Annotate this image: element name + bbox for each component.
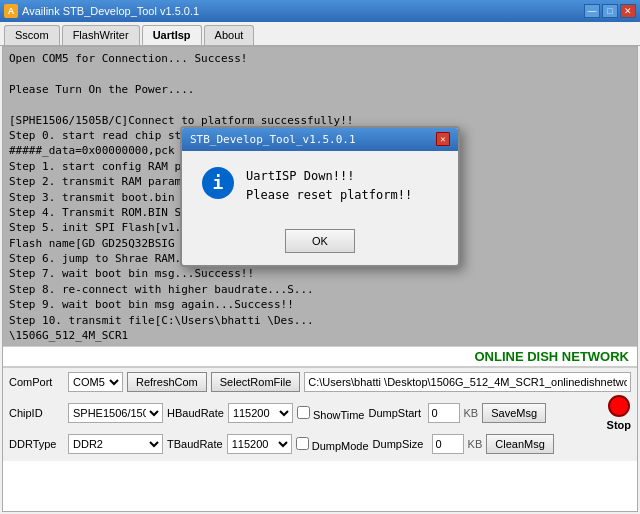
dialog-footer: OK xyxy=(182,221,458,265)
chipid-label: ChipID xyxy=(9,407,64,419)
dialog-message-line2: Please reset platform!! xyxy=(246,186,412,205)
filepath-input[interactable] xyxy=(304,372,631,392)
app-icon: A xyxy=(4,4,18,18)
titlebar: A Availink STB_Develop_Tool v1.5.0.1 — □… xyxy=(0,0,640,22)
comport-label: ComPort xyxy=(9,376,64,388)
dialog-titlebar: STB_Develop_Tool_v1.5.0.1 ✕ xyxy=(182,128,458,151)
dumpmode-label: DumpMode xyxy=(312,440,369,452)
tab-uartisp[interactable]: UartIsp xyxy=(142,25,202,45)
controls-panel: ComPort COM5 RefreshCom SelectRomFile Ch… xyxy=(3,367,637,461)
hbaudrate-select[interactable]: 115200 xyxy=(228,403,293,423)
log-area[interactable]: Open COM5 for Connection... Success! Ple… xyxy=(3,47,637,347)
menubar: Sscom FlashWriter UartIsp About xyxy=(0,22,640,46)
close-button[interactable]: ✕ xyxy=(620,4,636,18)
dialog-message-line1: UartISP Down!!! xyxy=(246,167,412,186)
control-row-2: ChipID SPHE1506/1505 HBaudRate 115200 Sh… xyxy=(9,395,631,431)
stop-area: Stop xyxy=(607,395,631,431)
selectromfile-button[interactable]: SelectRomFile xyxy=(211,372,301,392)
main-panel: Open COM5 for Connection... Success! Ple… xyxy=(2,46,638,512)
tab-flashwriter[interactable]: FlashWriter xyxy=(62,25,140,45)
minimize-button[interactable]: — xyxy=(584,4,600,18)
savemsg-button[interactable]: SaveMsg xyxy=(482,403,546,423)
dumpsize-label: DumpSize xyxy=(373,438,428,450)
control-row-1: ComPort COM5 RefreshCom SelectRomFile xyxy=(9,372,631,392)
tab-sscom[interactable]: Sscom xyxy=(4,25,60,45)
dumpstart-label: DumpStart xyxy=(369,407,424,419)
dialog-body: i UartISP Down!!! Please reset platform!… xyxy=(182,151,458,221)
cleanmsg-button[interactable]: CleanMsg xyxy=(486,434,554,454)
comport-select[interactable]: COM5 xyxy=(68,372,123,392)
stop-indicator xyxy=(608,395,630,417)
control-row-3: DDRType DDR2 TBaudRate 115200 DumpMode D… xyxy=(9,434,631,454)
refreshcom-button[interactable]: RefreshCom xyxy=(127,372,207,392)
stop-button[interactable]: Stop xyxy=(607,419,631,431)
chipid-select[interactable]: SPHE1506/1505 xyxy=(68,403,163,423)
dialog-title: STB_Develop_Tool_v1.5.0.1 xyxy=(190,132,356,147)
showtime-checkbox[interactable] xyxy=(297,406,310,419)
window-controls: — □ ✕ xyxy=(584,4,636,18)
dialog-close-button[interactable]: ✕ xyxy=(436,132,450,146)
tbaudrate-select[interactable]: 115200 xyxy=(227,434,292,454)
kb-label-1: KB xyxy=(464,407,479,419)
dialog-overlay: STB_Develop_Tool_v1.5.0.1 ✕ i UartISP Do… xyxy=(3,47,637,346)
dumpmode-checkbox[interactable] xyxy=(296,437,309,450)
hbaudrate-label: HBaudRate xyxy=(167,407,224,419)
dumpmode-checkbox-label[interactable]: DumpMode xyxy=(296,437,369,452)
tbaudrate-label: TBaudRate xyxy=(167,438,223,450)
window-title: Availink STB_Develop_Tool v1.5.0.1 xyxy=(22,5,199,17)
dialog-ok-button[interactable]: OK xyxy=(285,229,355,253)
dialog-info-icon: i xyxy=(202,167,234,199)
dialog-message: UartISP Down!!! Please reset platform!! xyxy=(246,167,412,205)
showtime-label: ShowTime xyxy=(313,409,365,421)
kb-label-2: KB xyxy=(468,438,483,450)
dialog: STB_Develop_Tool_v1.5.0.1 ✕ i UartISP Do… xyxy=(180,126,460,268)
ddrtype-label: DDRType xyxy=(9,438,64,450)
branding-text: ONLINE DISH NETWORK xyxy=(3,347,637,367)
dumpstart-input[interactable] xyxy=(428,403,460,423)
ddrtype-select[interactable]: DDR2 xyxy=(68,434,163,454)
showtime-checkbox-label[interactable]: ShowTime xyxy=(297,406,365,421)
tab-about[interactable]: About xyxy=(204,25,255,45)
dumpsize-input[interactable] xyxy=(432,434,464,454)
maximize-button[interactable]: □ xyxy=(602,4,618,18)
